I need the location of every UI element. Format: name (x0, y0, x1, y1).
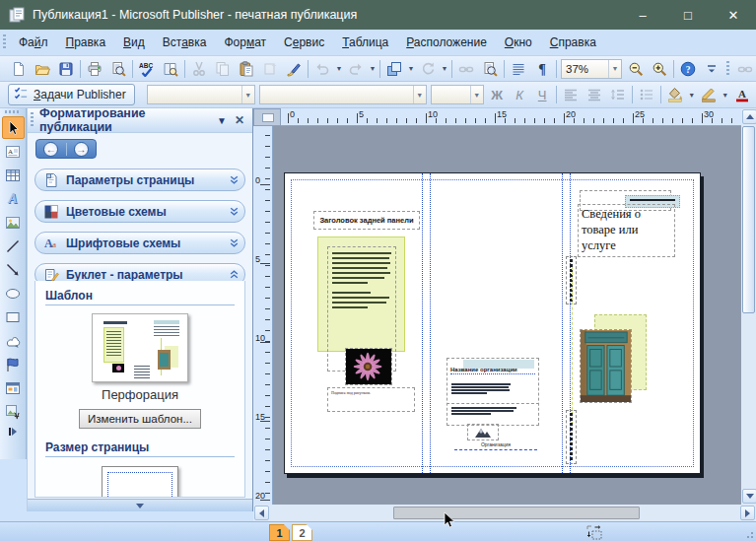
columns-button[interactable] (507, 58, 530, 80)
menu-Правка[interactable]: Правка (57, 32, 115, 53)
vertical-scroll-thumb[interactable] (742, 126, 755, 313)
line-tool[interactable] (2, 235, 25, 257)
chevron-down-icon[interactable] (223, 174, 244, 185)
align-left-button[interactable] (559, 84, 583, 105)
bookmark-tool[interactable] (2, 353, 25, 375)
style-combo-dropdown-icon[interactable]: ▼ (241, 86, 254, 103)
format-painter-button[interactable] (282, 58, 306, 80)
font-size-combo-dropdown-icon[interactable]: ▼ (470, 86, 483, 103)
picture-frame-tool[interactable] (2, 211, 25, 234)
objects-toolbar-grip[interactable] (5, 110, 21, 113)
toolbar-expand-arrow[interactable] (9, 428, 17, 436)
page-size-thumbnail[interactable] (102, 466, 178, 498)
task-pane-close-icon[interactable]: ✕ (233, 113, 252, 127)
italic-button[interactable]: К (509, 84, 531, 105)
ruler-origin-box[interactable] (253, 108, 281, 126)
scroll-left-icon[interactable] (254, 506, 269, 520)
design-gallery-tool[interactable] (2, 376, 25, 399)
organization-name[interactable]: Название организации (450, 367, 535, 374)
forward-icon[interactable]: → (74, 142, 89, 157)
section-pagesetup[interactable]: Параметры страницы (34, 169, 245, 191)
change-template-button[interactable]: Изменить шаблон... (79, 409, 201, 429)
scroll-up-icon[interactable] (742, 109, 756, 124)
open-button[interactable] (31, 58, 54, 80)
menu-Вид[interactable]: Вид (114, 32, 154, 53)
arrow-tool[interactable] (2, 258, 25, 281)
menu-Вставка[interactable]: Вставка (154, 32, 216, 53)
menu-Справка[interactable]: Справка (541, 32, 605, 53)
text-box-tool[interactable]: A (2, 140, 25, 163)
vertical-ruler[interactable]: 05101520 (253, 126, 273, 505)
scroll-right-icon[interactable] (740, 506, 755, 520)
line-color-button[interactable] (697, 84, 721, 105)
redo-button-dropdown-icon[interactable]: ▼ (368, 58, 378, 80)
flower-photo[interactable] (345, 348, 392, 385)
vertical-scrollbar[interactable] (741, 108, 756, 505)
bring-to-front-button[interactable] (382, 58, 406, 80)
section-fontscheme[interactable]: AaШрифтовые схемы (34, 232, 245, 254)
task-pane-menu-arrow[interactable]: ▼ (211, 115, 233, 126)
rotate-button[interactable] (416, 58, 440, 80)
back-panel-heading-box[interactable]: Заголовок задней панели (313, 211, 420, 230)
menu-Таблица[interactable]: Таблица (333, 32, 397, 53)
link-text-frames-button[interactable] (733, 58, 756, 80)
page-tab-2[interactable]: 2 (292, 524, 312, 541)
publication-page[interactable]: Заголовок задней панели Подпись под рису… (284, 172, 701, 474)
zoom-combo[interactable]: 37%▼ (561, 59, 622, 79)
cut-button[interactable] (187, 58, 211, 80)
door-photo[interactable] (580, 329, 632, 403)
fill-color-button-dropdown-icon[interactable]: ▼ (687, 84, 697, 105)
product-info-box[interactable]: Сведения о товаре или услуге (578, 204, 675, 257)
line-spacing-button[interactable] (606, 84, 630, 105)
content-library-tool[interactable] (2, 400, 25, 423)
horizontal-scrollbar[interactable] (253, 505, 756, 521)
font-combo[interactable]: ▼ (259, 85, 427, 104)
chevron-down-icon[interactable] (223, 206, 244, 217)
vertical-text-box-2[interactable] (566, 410, 577, 464)
toolbar-options-button[interactable] (700, 58, 723, 80)
style-combo[interactable]: ▼ (147, 85, 255, 104)
web-page-preview-button[interactable] (478, 58, 502, 80)
scroll-down-icon[interactable] (742, 489, 756, 504)
paste-special-button[interactable] (258, 58, 282, 80)
autoshapes-tool[interactable] (2, 329, 25, 352)
zoom-out-button[interactable] (624, 58, 648, 80)
new-document-button[interactable] (7, 58, 31, 80)
select-tool[interactable] (2, 116, 25, 139)
menu-Сервис[interactable]: Сервис (275, 32, 333, 53)
page-tab-1[interactable]: 1 (269, 524, 290, 541)
undo-button-dropdown-icon[interactable]: ▼ (334, 58, 344, 80)
caption-box[interactable]: Подпись под рисунком. (327, 387, 415, 412)
line-color-button-dropdown-icon[interactable]: ▼ (721, 84, 730, 105)
task-pane-scroll-down[interactable] (28, 499, 252, 511)
bullets-button[interactable] (635, 84, 658, 105)
logo-box[interactable] (467, 424, 499, 440)
organization-label[interactable]: Организация (454, 441, 537, 450)
horizontal-scroll-thumb[interactable] (393, 507, 640, 519)
close-button[interactable]: ✕ (711, 0, 756, 30)
menu-Окно[interactable]: Окно (496, 32, 541, 53)
publisher-tasks-button[interactable]: Задачи Publisher (8, 84, 135, 105)
undo-button[interactable] (310, 58, 334, 80)
paste-button[interactable] (235, 58, 258, 80)
task-pane-grip[interactable] (31, 112, 34, 128)
bold-button[interactable]: Ж (486, 84, 509, 105)
fill-color-button[interactable] (663, 84, 687, 105)
maximize-button[interactable]: □ (665, 0, 711, 30)
section-colorscheme[interactable]: Цветовые схемы (34, 200, 245, 223)
font-combo-dropdown-icon[interactable]: ▼ (413, 86, 426, 103)
bring-to-front-button-dropdown-icon[interactable]: ▼ (406, 58, 416, 80)
horizontal-ruler[interactable]: 051015202530 (281, 108, 741, 126)
print-preview-button[interactable] (106, 58, 130, 80)
menu-Формат[interactable]: Формат (215, 32, 275, 53)
resize-grip[interactable] (744, 529, 753, 538)
research-button[interactable] (159, 58, 182, 80)
wordart-tool[interactable]: AA (2, 187, 25, 210)
print-button[interactable] (83, 58, 106, 80)
align-center-button[interactable] (583, 84, 606, 105)
chevron-down-icon[interactable] (223, 237, 244, 248)
spelling-button[interactable]: ABC (135, 58, 159, 80)
menubar-grip[interactable] (3, 34, 6, 50)
rotate-button-dropdown-icon[interactable]: ▼ (440, 58, 449, 80)
menu-Файл[interactable]: Файл (10, 32, 57, 53)
